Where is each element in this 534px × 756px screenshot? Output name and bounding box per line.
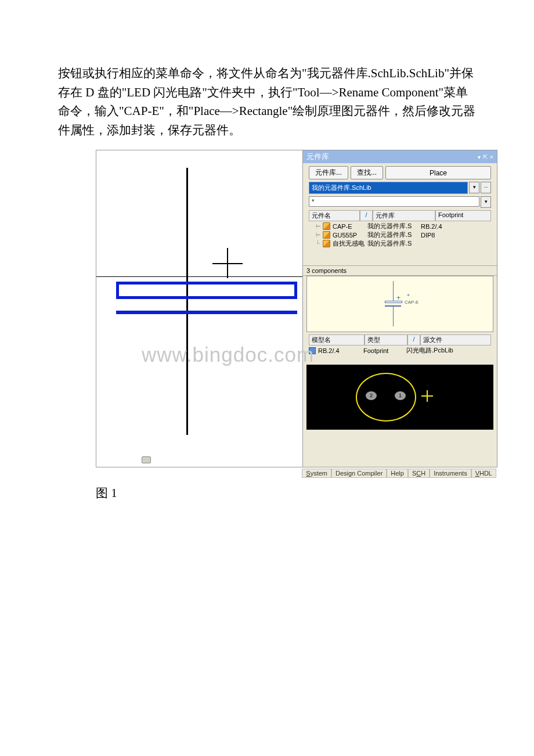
preview-pin-bottom [393, 307, 394, 326]
col-model-type[interactable]: 类型 [365, 334, 407, 345]
pin-top [186, 168, 188, 435]
tab-sch[interactable]: SCH [408, 469, 430, 478]
component-count: 3 components [303, 265, 497, 276]
tree-icon: └ [316, 240, 320, 247]
comp-lib: 我的元器件库.S [367, 231, 418, 239]
scroll-thumb[interactable] [142, 456, 151, 463]
comp-fp: RB.2/.4 [421, 223, 491, 230]
model-type: Footprint [363, 347, 404, 354]
panel-titlebar: 元件库 ▾ ⇱ × [303, 150, 497, 163]
preview-pin-top [393, 281, 394, 301]
comp-lib: 我的元器件库.S [367, 222, 418, 231]
tab-system[interactable]: System [302, 469, 331, 478]
tree-icon: ⊢ [316, 232, 320, 238]
place-button[interactable]: Place [385, 166, 491, 179]
comp-name: CAP-E [333, 223, 365, 230]
preview-designator: * [407, 293, 410, 299]
model-src: 闪光电路.PcbLib [406, 346, 491, 355]
schematic-canvas[interactable] [96, 150, 302, 467]
col-name[interactable]: 元件名 [309, 210, 360, 221]
model-row[interactable]: RB.2/.4 Footprint 闪光电路.PcbLib [303, 345, 497, 355]
tab-vhdl[interactable]: VHDL [471, 469, 496, 478]
pcb-preview: 2 1 [306, 365, 493, 430]
body-paragraph: 按钮或执行相应的菜单命令，将文件从命名为"我元器件库.SchLib.SchLib… [58, 64, 479, 139]
dropdown-icon[interactable]: ▾ [478, 154, 481, 160]
tab-design-compiler[interactable]: Design Compiler [331, 469, 387, 478]
list-item[interactable]: ⊢ GU555P 我的元器件库.S DIP8 [316, 231, 491, 239]
tree-icon: ⊢ [316, 223, 320, 229]
list-item[interactable]: └ 自扰无感电 我的元器件库.S [316, 239, 491, 248]
schematic-preview: + * CAP-E [306, 276, 493, 332]
footprint-icon [309, 347, 316, 354]
comp-name: 自扰无感电 [333, 239, 365, 248]
tab-help[interactable]: Help [387, 469, 408, 478]
filter-input[interactable] [309, 196, 479, 207]
component-icon [323, 240, 330, 247]
search-button[interactable]: 查找... [351, 166, 383, 179]
col-lib[interactable]: 元件库 [373, 210, 435, 221]
col-footprint[interactable]: Footprint [435, 210, 491, 221]
lib-dropdown-icon[interactable]: ▾ [469, 182, 479, 193]
tab-instruments[interactable]: Instruments [430, 469, 471, 478]
component-icon [323, 231, 330, 239]
preview-label: CAP-E [405, 300, 418, 305]
footprint-outline [356, 373, 416, 422]
screenshot: 元件库 ▾ ⇱ × 元件库... 查找... Place 我的元器件库.SchL… [96, 150, 497, 467]
libraries-button[interactable]: 元件库... [309, 166, 348, 179]
list-item[interactable]: ⊢ CAP-E 我的元器件库.S RB.2/.4 [316, 222, 491, 231]
model-header: 模型名 类型 / 源文件 [309, 334, 491, 345]
lib-more-button[interactable]: ··· [481, 182, 491, 193]
col-sort-icon[interactable]: / [360, 210, 373, 221]
panel-title-text: 元件库 [306, 152, 329, 162]
cap-plate-bottom [116, 311, 297, 314]
close-icon[interactable]: × [490, 153, 493, 160]
component-icon [323, 222, 330, 230]
pcb-cursor-v [427, 390, 428, 402]
figure: 元件库 ▾ ⇱ × 元件库... 查找... Place 我的元器件库.SchL… [96, 150, 497, 501]
comp-name: GU555P [333, 232, 365, 239]
col-model-name[interactable]: 模型名 [309, 334, 365, 345]
cap-plate-top [116, 282, 297, 299]
guide-h [96, 276, 302, 277]
component-list: ⊢ CAP-E 我的元器件库.S RB.2/.4 ⊢ GU555P 我的元器件库… [303, 221, 497, 249]
filter-dropdown-icon[interactable]: ▾ [481, 196, 491, 208]
figure-caption: 图 1 [96, 485, 497, 501]
pin-icon[interactable]: ⇱ [483, 154, 488, 160]
col-sort-icon[interactable]: / [407, 334, 420, 345]
model-name: RB.2/.4 [318, 347, 361, 354]
preview-plus-icon: + [396, 294, 400, 302]
library-select[interactable]: 我的元器件库.SchLib [309, 182, 468, 194]
comp-fp: DIP8 [421, 232, 491, 239]
status-bar: System Design Compiler Help SCH Instrume… [96, 467, 497, 479]
comp-lib: 我的元器件库.S [367, 239, 418, 248]
component-list-header: 元件名 / 元件库 Footprint [303, 210, 497, 221]
library-panel: 元件库 ▾ ⇱ × 元件库... 查找... Place 我的元器件库.SchL… [302, 150, 497, 467]
cursor-v [227, 248, 228, 278]
col-model-src[interactable]: 源文件 [420, 334, 491, 345]
